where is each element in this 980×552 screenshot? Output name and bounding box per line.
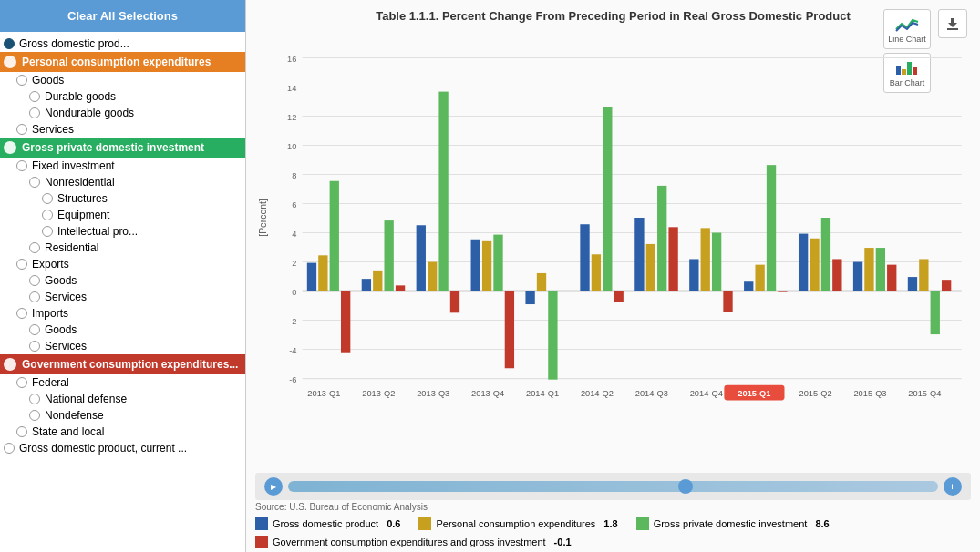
tree-item-equipment[interactable]: Equipment	[0, 207, 245, 223]
label-durable: Durable goods	[45, 90, 116, 103]
tree-item-nonresidential[interactable]: Nonresidential	[0, 174, 245, 190]
category-icon-govt-header	[4, 358, 16, 371]
tree-item-national-defense[interactable]: National defense	[0, 391, 245, 407]
radio-equipment[interactable]	[42, 210, 53, 220]
radio-structures[interactable]	[42, 193, 53, 204]
svg-rect-59	[537, 273, 546, 291]
svg-rect-57	[505, 291, 514, 369]
svg-rect-64	[603, 107, 612, 291]
tree-item-intellectual[interactable]: Intellectual pro...	[0, 223, 245, 240]
play-button[interactable]: ▶	[264, 477, 283, 496]
tree-item-state-local[interactable]: State and local	[0, 424, 245, 440]
radio-services-pce[interactable]	[16, 124, 27, 135]
tree-item-federal[interactable]: Federal	[0, 374, 245, 391]
label-imports: Imports	[32, 307, 68, 320]
source-line: Source: U.S. Bureau of Economic Analysis	[246, 500, 980, 514]
svg-rect-43	[318, 255, 327, 291]
svg-text:16: 16	[287, 55, 296, 64]
svg-rect-78	[799, 234, 808, 291]
timeline-bar[interactable]	[288, 481, 938, 492]
radio-goods-exports[interactable]	[29, 275, 40, 286]
label-federal: Federal	[32, 376, 69, 389]
radio-state-local[interactable]	[16, 426, 27, 437]
radio-gdp-current[interactable]	[4, 443, 15, 454]
radio-durable[interactable]	[29, 91, 40, 102]
svg-text:4: 4	[292, 230, 296, 239]
svg-rect-77	[778, 291, 787, 292]
svg-text:12: 12	[287, 113, 296, 122]
svg-rect-46	[362, 279, 371, 291]
radio-gdp[interactable]	[4, 38, 15, 49]
svg-text:14: 14	[287, 84, 296, 93]
tree-item-gpdi-header[interactable]: Gross private domestic investment	[0, 138, 245, 158]
tree-item-goods-imports[interactable]: Goods	[0, 322, 245, 338]
svg-rect-85	[887, 265, 896, 291]
label-structures: Structures	[57, 192, 108, 205]
tree-item-services-imports[interactable]: Services	[0, 338, 245, 354]
legend-label-3: Government consumption expenditures and …	[273, 537, 546, 547]
svg-rect-55	[482, 241, 491, 291]
label-exports: Exports	[32, 258, 69, 271]
radio-exports[interactable]	[16, 259, 27, 270]
svg-rect-65	[614, 291, 624, 302]
tree-item-services-pce[interactable]: Services	[0, 121, 245, 138]
svg-rect-80	[821, 218, 830, 291]
label-goods-imports: Goods	[45, 323, 77, 336]
tree-item-gdp-current[interactable]: Gross domestic product, current ...	[0, 440, 245, 456]
radio-federal[interactable]	[16, 377, 27, 388]
radio-nondurable[interactable]	[29, 107, 40, 118]
svg-text:2015-Q2: 2015-Q2	[799, 389, 832, 398]
svg-rect-68	[657, 186, 666, 291]
radio-intellectual[interactable]	[42, 226, 53, 237]
svg-rect-56	[493, 235, 502, 291]
label-fixed: Fixed investment	[32, 159, 115, 172]
tree-item-residential[interactable]: Residential	[0, 240, 245, 256]
tree-item-durable[interactable]: Durable goods	[0, 88, 245, 105]
radio-goods[interactable]	[16, 75, 27, 86]
radio-nondefense[interactable]	[29, 410, 40, 421]
timeline-handle[interactable]	[678, 479, 693, 494]
radio-nonresidential[interactable]	[29, 177, 40, 188]
clear-selections-button[interactable]: Clear All Selections	[0, 0, 245, 32]
tree-item-goods[interactable]: Goods	[0, 72, 245, 88]
svg-rect-63	[592, 254, 601, 291]
radio-services-exports[interactable]	[29, 291, 40, 302]
tree-item-fixed[interactable]: Fixed investment	[0, 158, 245, 174]
pause-button[interactable]: ⏸	[944, 477, 962, 496]
tree-item-structures[interactable]: Structures	[0, 190, 245, 207]
svg-rect-72	[712, 233, 721, 291]
svg-text:2013-Q2: 2013-Q2	[362, 389, 395, 398]
tree-item-exports[interactable]: Exports	[0, 256, 245, 272]
tree-item-nondefense[interactable]: Nondefense	[0, 407, 245, 424]
label-goods: Goods	[32, 74, 64, 87]
radio-fixed[interactable]	[16, 160, 27, 171]
tree-item-goods-exports[interactable]: Goods	[0, 272, 245, 289]
tree-item-pce-header[interactable]: Personal consumption expenditures	[0, 52, 245, 72]
label-nonresidential: Nonresidential	[45, 176, 115, 189]
chart-title: Table 1.1.1. Percent Change From Precedi…	[255, 9, 971, 23]
category-icon-gpdi-header	[4, 141, 16, 154]
svg-text:0: 0	[292, 288, 296, 297]
radio-goods-imports[interactable]	[29, 324, 40, 335]
svg-text:2013-Q3: 2013-Q3	[417, 389, 449, 398]
radio-national-defense[interactable]	[29, 394, 40, 404]
tree-item-gdp[interactable]: Gross domestic prod...	[0, 36, 245, 52]
tree-item-imports[interactable]: Imports	[0, 305, 245, 322]
svg-rect-81	[832, 259, 841, 291]
tree-item-nondurable[interactable]: Nondurable goods	[0, 105, 245, 121]
svg-rect-66	[634, 218, 644, 291]
label-services-imports: Services	[45, 340, 87, 353]
svg-rect-69	[668, 227, 677, 291]
radio-residential[interactable]	[29, 242, 40, 253]
tree-item-services-exports[interactable]: Services	[0, 289, 245, 305]
label-services-exports: Services	[45, 291, 87, 303]
legend-item-2: Gross private domestic investment8.6	[636, 517, 830, 530]
svg-rect-48	[385, 220, 394, 291]
category-label-govt-header: Government consumption expenditures...	[22, 358, 238, 371]
svg-rect-86	[908, 277, 917, 291]
radio-services-imports[interactable]	[29, 341, 40, 352]
radio-imports[interactable]	[16, 308, 27, 319]
svg-text:8: 8	[292, 171, 296, 180]
tree-item-govt-header[interactable]: Government consumption expenditures...	[0, 354, 245, 374]
svg-rect-52	[438, 92, 448, 291]
